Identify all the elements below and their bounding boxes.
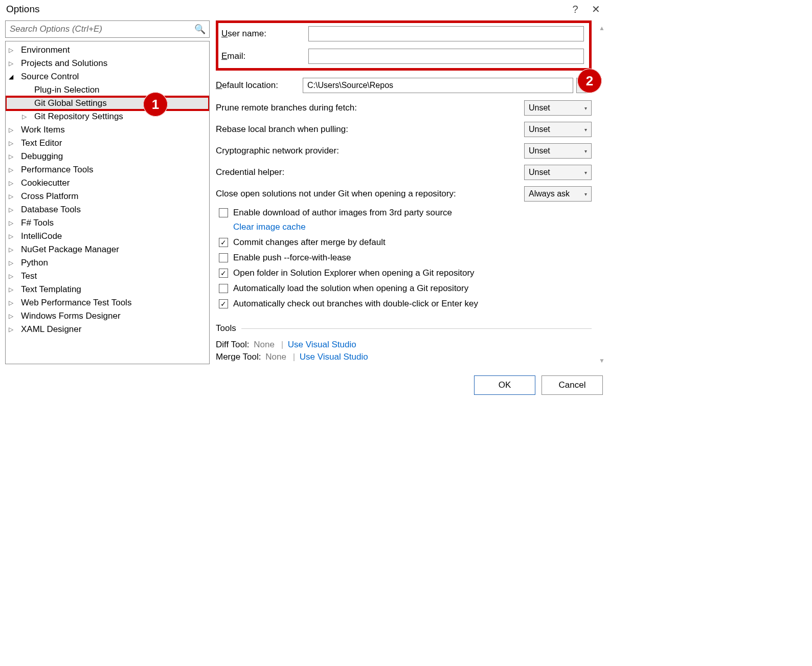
scroll-down-icon[interactable]: ▼ (599, 357, 605, 364)
tree-item[interactable]: ▷IntelliCode (6, 230, 209, 243)
tree-item[interactable]: ▷Git Global Settings (6, 97, 209, 110)
tree-item-label: Git Repository Settings (34, 112, 123, 122)
crypto-label: Cryptographic network provider: (216, 146, 339, 156)
tree-item[interactable]: ▷Text Templating (6, 283, 209, 296)
diff-tool-label: Diff Tool: (216, 340, 250, 349)
commit-after-merge-checkbox[interactable]: ✓ (219, 238, 228, 247)
credhelper-dropdown[interactable]: Unset▾ (524, 165, 592, 180)
cancel-button[interactable]: Cancel (542, 375, 603, 395)
tree-item-label: Database Tools (21, 205, 81, 215)
caret-right-icon[interactable]: ▷ (9, 299, 16, 306)
default-location-input[interactable] (303, 78, 573, 93)
email-input[interactable] (308, 49, 584, 64)
tree-item[interactable]: ▷NuGet Package Manager (6, 243, 209, 256)
tree-item-label: Source Control (21, 72, 79, 82)
force-lease-label: Enable push --force-with-lease (233, 253, 351, 263)
credhelper-label: Credential helper: (216, 167, 284, 177)
caret-down-icon[interactable]: ◢ (9, 73, 16, 80)
closeopen-label: Close open solutions not under Git when … (216, 189, 456, 199)
chevron-down-icon: ▾ (584, 105, 587, 111)
open-folder-checkbox[interactable]: ✓ (219, 269, 228, 278)
tree-item-label: Cross Platform (21, 191, 78, 202)
username-label: User name: (221, 29, 308, 39)
caret-right-icon[interactable]: ▷ (9, 219, 16, 227)
chevron-down-icon: ▾ (584, 191, 587, 197)
caret-right-icon[interactable]: ▷ (9, 286, 16, 293)
tree-item[interactable]: ▷XAML Designer (6, 323, 209, 336)
caret-right-icon[interactable]: ▷ (9, 259, 16, 267)
caret-right-icon[interactable]: ▷ (9, 180, 16, 187)
auto-load-checkbox[interactable] (219, 284, 228, 293)
merge-use-vs-link[interactable]: Use Visual Studio (300, 352, 368, 362)
caret-right-icon[interactable]: ▷ (9, 126, 16, 134)
enable-download-label: Enable download of author images from 3r… (233, 208, 452, 218)
tree-item-label: Performance Tools (21, 165, 93, 175)
tree-item[interactable]: ▷Environment (6, 43, 209, 57)
tree-item[interactable]: ▷Debugging (6, 150, 209, 163)
caret-right-icon[interactable]: ▷ (9, 206, 16, 213)
default-location-label: Default location: (216, 80, 303, 91)
tree-item-label: Plug-in Selection (34, 85, 100, 95)
caret-right-icon[interactable]: ▷ (9, 193, 16, 200)
tree-item[interactable]: ▷Cookiecutter (6, 176, 209, 190)
caret-right-icon[interactable]: ▷ (9, 166, 16, 173)
diff-use-vs-link[interactable]: Use Visual Studio (288, 340, 356, 349)
prune-dropdown[interactable]: Unset▾ (524, 100, 592, 116)
tree-item[interactable]: ▷Performance Tools (6, 163, 209, 176)
email-label: Email: (221, 51, 308, 61)
caret-right-icon[interactable]: ▷ (9, 326, 16, 333)
close-icon[interactable]: ✕ (585, 3, 606, 15)
search-input[interactable] (5, 20, 210, 38)
rebase-dropdown[interactable]: Unset▾ (524, 122, 592, 137)
caret-right-icon[interactable]: ▷ (9, 140, 16, 147)
caret-right-icon[interactable]: ▷ (9, 60, 16, 67)
enable-download-checkbox[interactable] (219, 208, 228, 217)
tree-item-label: Windows Forms Designer (21, 311, 121, 321)
tree-item-label: Git Global Settings (34, 98, 107, 108)
merge-tool-value: None (265, 352, 286, 362)
tree-item[interactable]: ▷Python (6, 256, 209, 270)
caret-right-icon[interactable]: ▷ (9, 233, 16, 240)
tree-item[interactable]: ◢Source Control (6, 70, 209, 83)
caret-right-icon[interactable]: ▷ (9, 246, 16, 253)
search-icon[interactable]: 🔍 (194, 24, 206, 35)
caret-right-icon[interactable]: ▷ (9, 273, 16, 280)
help-icon[interactable]: ? (565, 4, 585, 15)
tree-item[interactable]: ▷Cross Platform (6, 190, 209, 203)
window-title: Options (6, 4, 565, 15)
tree-item[interactable]: ▷Git Repository Settings (6, 110, 209, 123)
caret-right-icon[interactable]: ▷ (22, 113, 29, 120)
tree-item[interactable]: ▷Text Editor (6, 137, 209, 150)
force-lease-checkbox[interactable] (219, 253, 228, 262)
tree-item-label: Work Items (21, 125, 65, 135)
tree-item[interactable]: ▷Windows Forms Designer (6, 309, 209, 323)
tree-item[interactable]: ▷Database Tools (6, 203, 209, 216)
tree-item[interactable]: ▷Work Items (6, 123, 209, 137)
tree-item[interactable]: ▷Web Performance Test Tools (6, 296, 209, 309)
caret-right-icon[interactable]: ▷ (9, 313, 16, 320)
tree-item[interactable]: ▷Projects and Solutions (6, 57, 209, 70)
divider (241, 328, 592, 329)
caret-right-icon[interactable]: ▷ (9, 153, 16, 160)
auto-load-label: Automatically load the solution when ope… (233, 283, 468, 294)
callout-1: 1 (143, 92, 168, 117)
scroll-up-icon[interactable]: ▲ (599, 25, 605, 32)
chevron-down-icon: ▾ (584, 127, 587, 132)
chevron-down-icon: ▾ (584, 170, 587, 175)
caret-right-icon[interactable]: ▷ (9, 47, 16, 54)
auto-checkout-checkbox[interactable]: ✓ (219, 299, 228, 308)
ok-button[interactable]: OK (474, 375, 535, 395)
tree-item[interactable]: ▷Test (6, 270, 209, 283)
crypto-dropdown[interactable]: Unset▾ (524, 143, 592, 159)
clear-image-cache-link[interactable]: Clear image cache (233, 222, 306, 232)
tree-item-label: F# Tools (21, 218, 54, 228)
tree-item-label: Web Performance Test Tools (21, 298, 131, 308)
diff-tool-value: None (254, 340, 275, 349)
tree-item[interactable]: ▷Plug-in Selection (6, 83, 209, 97)
username-input[interactable] (308, 26, 584, 41)
commit-after-merge-label: Commit changes after merge by default (233, 237, 386, 248)
tree-item[interactable]: ▷F# Tools (6, 216, 209, 230)
tree-item-label: NuGet Package Manager (21, 245, 119, 255)
options-tree[interactable]: ▷Environment▷Projects and Solutions◢Sour… (5, 41, 210, 364)
closeopen-dropdown[interactable]: Always ask▾ (524, 186, 592, 202)
